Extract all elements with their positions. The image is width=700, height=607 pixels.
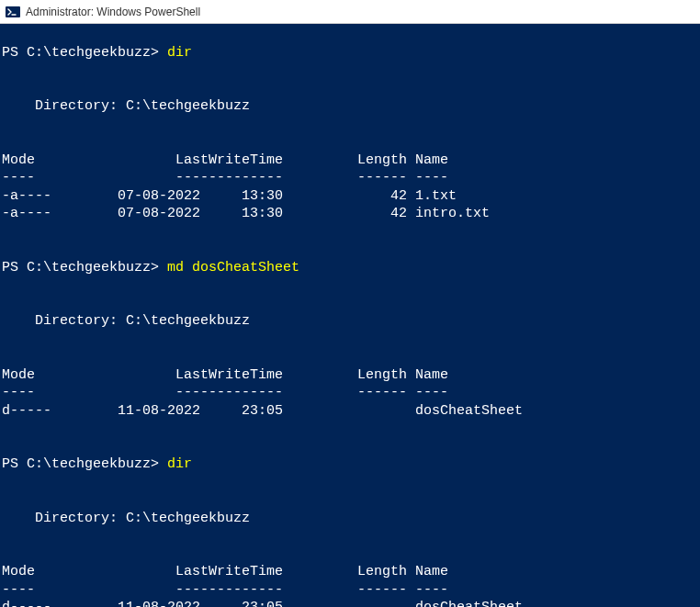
list-separator: ---- ------------- ------ ---- <box>2 170 448 185</box>
list-header: Mode LastWriteTime Length Name <box>2 564 448 579</box>
window-titlebar[interactable]: Administrator: Windows PowerShell <box>0 0 700 24</box>
prompt: PS C:\techgeekbuzz> <box>2 260 167 275</box>
table-row: -a---- 07-08-2022 13:30 42 1.txt <box>2 188 457 204</box>
command-text: md dosCheatSheet <box>167 260 299 275</box>
directory-label: Directory: C:\techgeekbuzz <box>2 313 250 329</box>
terminal-output[interactable]: PS C:\techgeekbuzz> dir Directory: C:\te… <box>0 24 700 607</box>
svg-rect-0 <box>6 6 20 17</box>
table-row: d----- 11-08-2022 23:05 dosCheatSheet <box>2 600 523 607</box>
list-separator: ---- ------------- ------ ---- <box>2 385 448 400</box>
directory-label: Directory: C:\techgeekbuzz <box>2 98 250 114</box>
command-text: dir <box>167 456 192 472</box>
list-header: Mode LastWriteTime Length Name <box>2 152 448 168</box>
powershell-icon <box>6 5 20 19</box>
list-header: Mode LastWriteTime Length Name <box>2 367 448 383</box>
window-title: Administrator: Windows PowerShell <box>26 6 200 18</box>
prompt: PS C:\techgeekbuzz> <box>2 456 167 472</box>
table-row: -a---- 07-08-2022 13:30 42 intro.txt <box>2 206 490 221</box>
directory-label: Directory: C:\techgeekbuzz <box>2 511 250 526</box>
table-row: d----- 11-08-2022 23:05 dosCheatSheet <box>2 403 523 419</box>
command-text: dir <box>167 45 192 61</box>
list-separator: ---- ------------- ------ ---- <box>2 582 448 598</box>
prompt: PS C:\techgeekbuzz> <box>2 45 167 61</box>
